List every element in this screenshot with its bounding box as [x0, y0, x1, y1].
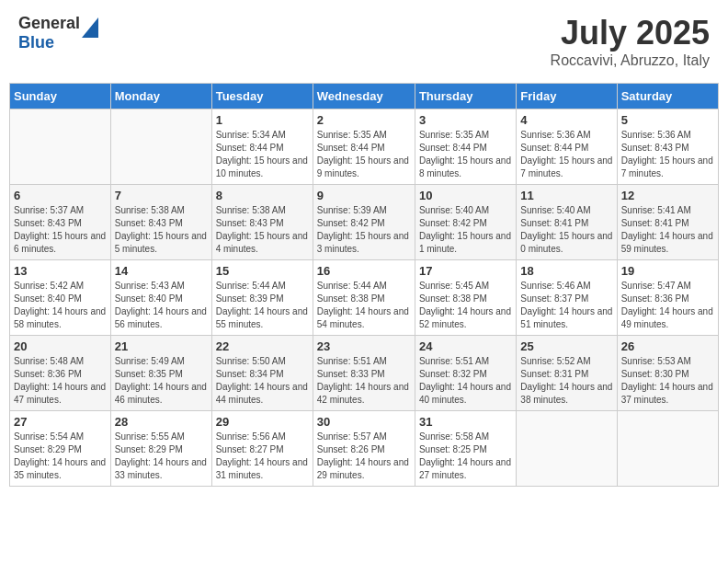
day-info: Sunrise: 5:37 AM Sunset: 8:43 PM Dayligh… — [14, 204, 107, 256]
calendar-cell: 20Sunrise: 5:48 AM Sunset: 8:36 PM Dayli… — [10, 336, 111, 411]
weekday-header-thursday: Thursday — [415, 84, 516, 109]
day-info: Sunrise: 5:38 AM Sunset: 8:43 PM Dayligh… — [216, 204, 309, 256]
calendar-cell: 30Sunrise: 5:57 AM Sunset: 8:26 PM Dayli… — [313, 411, 415, 487]
day-info: Sunrise: 5:57 AM Sunset: 8:26 PM Dayligh… — [317, 431, 411, 482]
day-number: 19 — [621, 264, 714, 278]
calendar-cell — [617, 411, 718, 487]
calendar-cell: 13Sunrise: 5:42 AM Sunset: 8:40 PM Dayli… — [10, 260, 111, 336]
calendar-week-row: 6Sunrise: 5:37 AM Sunset: 8:43 PM Daylig… — [10, 185, 719, 260]
calendar-cell: 14Sunrise: 5:43 AM Sunset: 8:40 PM Dayli… — [110, 260, 211, 336]
day-info: Sunrise: 5:54 AM Sunset: 8:29 PM Dayligh… — [14, 431, 107, 482]
day-info: Sunrise: 5:50 AM Sunset: 8:34 PM Dayligh… — [216, 355, 309, 407]
day-number: 4 — [520, 113, 612, 127]
day-number: 28 — [115, 415, 208, 429]
logo-general: General — [18, 14, 80, 33]
day-number: 18 — [520, 264, 612, 278]
calendar-cell: 15Sunrise: 5:44 AM Sunset: 8:39 PM Dayli… — [211, 260, 313, 336]
day-info: Sunrise: 5:46 AM Sunset: 8:37 PM Dayligh… — [520, 280, 612, 331]
day-number: 31 — [419, 415, 512, 429]
calendar-cell: 10Sunrise: 5:40 AM Sunset: 8:42 PM Dayli… — [415, 185, 516, 260]
calendar-cell: 28Sunrise: 5:55 AM Sunset: 8:29 PM Dayli… — [110, 411, 211, 487]
calendar-cell: 9Sunrise: 5:39 AM Sunset: 8:42 PM Daylig… — [313, 185, 415, 260]
weekday-header-tuesday: Tuesday — [211, 84, 313, 109]
calendar-cell: 8Sunrise: 5:38 AM Sunset: 8:43 PM Daylig… — [211, 185, 313, 260]
day-info: Sunrise: 5:44 AM Sunset: 8:38 PM Dayligh… — [317, 280, 411, 331]
day-info: Sunrise: 5:56 AM Sunset: 8:27 PM Dayligh… — [216, 431, 309, 482]
day-info: Sunrise: 5:35 AM Sunset: 8:44 PM Dayligh… — [419, 129, 512, 180]
day-info: Sunrise: 5:45 AM Sunset: 8:38 PM Dayligh… — [419, 280, 512, 331]
day-number: 2 — [317, 113, 411, 127]
day-number: 25 — [520, 339, 612, 353]
logo: General Blue — [18, 14, 98, 52]
day-number: 24 — [419, 339, 512, 353]
day-info: Sunrise: 5:35 AM Sunset: 8:44 PM Dayligh… — [317, 129, 411, 180]
calendar-cell: 5Sunrise: 5:36 AM Sunset: 8:43 PM Daylig… — [617, 109, 718, 185]
day-number: 30 — [317, 415, 411, 429]
day-number: 26 — [621, 339, 714, 353]
calendar-cell: 6Sunrise: 5:37 AM Sunset: 8:43 PM Daylig… — [10, 185, 111, 260]
calendar-week-row: 27Sunrise: 5:54 AM Sunset: 8:29 PM Dayli… — [10, 411, 719, 487]
day-info: Sunrise: 5:34 AM Sunset: 8:44 PM Dayligh… — [216, 129, 309, 180]
calendar-cell: 4Sunrise: 5:36 AM Sunset: 8:44 PM Daylig… — [517, 109, 617, 185]
weekday-header-saturday: Saturday — [617, 84, 718, 109]
calendar-cell — [10, 109, 111, 185]
day-info: Sunrise: 5:48 AM Sunset: 8:36 PM Dayligh… — [14, 355, 107, 407]
day-number: 22 — [216, 339, 309, 353]
day-number: 6 — [14, 189, 107, 202]
day-number: 12 — [621, 189, 714, 202]
day-number: 27 — [14, 415, 107, 429]
calendar-cell: 2Sunrise: 5:35 AM Sunset: 8:44 PM Daylig… — [313, 109, 415, 185]
day-info: Sunrise: 5:51 AM Sunset: 8:32 PM Dayligh… — [419, 355, 512, 407]
day-number: 21 — [115, 339, 208, 353]
day-number: 9 — [317, 189, 411, 202]
day-info: Sunrise: 5:49 AM Sunset: 8:35 PM Dayligh… — [115, 355, 208, 407]
page-header: General Blue July 2025 Roccavivi, Abruzz… — [9, 9, 719, 74]
svg-marker-0 — [82, 17, 98, 38]
calendar-cell: 18Sunrise: 5:46 AM Sunset: 8:37 PM Dayli… — [517, 260, 617, 336]
day-number: 11 — [520, 189, 612, 202]
day-number: 20 — [14, 339, 107, 353]
day-info: Sunrise: 5:38 AM Sunset: 8:43 PM Dayligh… — [115, 204, 208, 256]
day-number: 29 — [216, 415, 309, 429]
weekday-header-row: SundayMondayTuesdayWednesdayThursdayFrid… — [10, 84, 719, 109]
calendar-cell: 23Sunrise: 5:51 AM Sunset: 8:33 PM Dayli… — [313, 336, 415, 411]
calendar-cell: 12Sunrise: 5:41 AM Sunset: 8:41 PM Dayli… — [617, 185, 718, 260]
calendar-week-row: 20Sunrise: 5:48 AM Sunset: 8:36 PM Dayli… — [10, 336, 719, 411]
calendar-cell: 3Sunrise: 5:35 AM Sunset: 8:44 PM Daylig… — [415, 109, 516, 185]
weekday-header-wednesday: Wednesday — [313, 84, 415, 109]
logo-text: General Blue — [18, 14, 80, 52]
logo-triangle-icon — [82, 17, 98, 38]
day-info: Sunrise: 5:58 AM Sunset: 8:25 PM Dayligh… — [419, 431, 512, 482]
calendar-cell: 11Sunrise: 5:40 AM Sunset: 8:41 PM Dayli… — [517, 185, 617, 260]
day-info: Sunrise: 5:53 AM Sunset: 8:30 PM Dayligh… — [621, 355, 714, 407]
calendar-cell: 27Sunrise: 5:54 AM Sunset: 8:29 PM Dayli… — [10, 411, 111, 487]
calendar-cell: 1Sunrise: 5:34 AM Sunset: 8:44 PM Daylig… — [211, 109, 313, 185]
day-info: Sunrise: 5:36 AM Sunset: 8:43 PM Dayligh… — [621, 129, 714, 180]
day-info: Sunrise: 5:55 AM Sunset: 8:29 PM Dayligh… — [115, 431, 208, 482]
calendar-cell — [110, 109, 211, 185]
calendar-table: SundayMondayTuesdayWednesdayThursdayFrid… — [9, 83, 719, 487]
calendar-week-row: 1Sunrise: 5:34 AM Sunset: 8:44 PM Daylig… — [10, 109, 719, 185]
calendar-cell: 17Sunrise: 5:45 AM Sunset: 8:38 PM Dayli… — [415, 260, 516, 336]
weekday-header-friday: Friday — [517, 84, 617, 109]
calendar-cell — [517, 411, 617, 487]
day-info: Sunrise: 5:52 AM Sunset: 8:31 PM Dayligh… — [520, 355, 612, 407]
calendar-week-row: 13Sunrise: 5:42 AM Sunset: 8:40 PM Dayli… — [10, 260, 719, 336]
day-info: Sunrise: 5:39 AM Sunset: 8:42 PM Dayligh… — [317, 204, 411, 256]
day-info: Sunrise: 5:36 AM Sunset: 8:44 PM Dayligh… — [520, 129, 612, 180]
weekday-header-sunday: Sunday — [10, 84, 111, 109]
calendar-cell: 26Sunrise: 5:53 AM Sunset: 8:30 PM Dayli… — [617, 336, 718, 411]
calendar-cell: 16Sunrise: 5:44 AM Sunset: 8:38 PM Dayli… — [313, 260, 415, 336]
day-number: 23 — [317, 339, 411, 353]
day-info: Sunrise: 5:43 AM Sunset: 8:40 PM Dayligh… — [115, 280, 208, 331]
calendar-cell: 31Sunrise: 5:58 AM Sunset: 8:25 PM Dayli… — [415, 411, 516, 487]
day-number: 7 — [115, 189, 208, 202]
day-number: 14 — [115, 264, 208, 278]
day-info: Sunrise: 5:44 AM Sunset: 8:39 PM Dayligh… — [216, 280, 309, 331]
day-info: Sunrise: 5:51 AM Sunset: 8:33 PM Dayligh… — [317, 355, 411, 407]
calendar-cell: 25Sunrise: 5:52 AM Sunset: 8:31 PM Dayli… — [517, 336, 617, 411]
day-number: 1 — [216, 113, 309, 127]
day-info: Sunrise: 5:42 AM Sunset: 8:40 PM Dayligh… — [14, 280, 107, 331]
title-section: July 2025 Roccavivi, Abruzzo, Italy — [551, 14, 710, 69]
day-number: 10 — [419, 189, 512, 202]
